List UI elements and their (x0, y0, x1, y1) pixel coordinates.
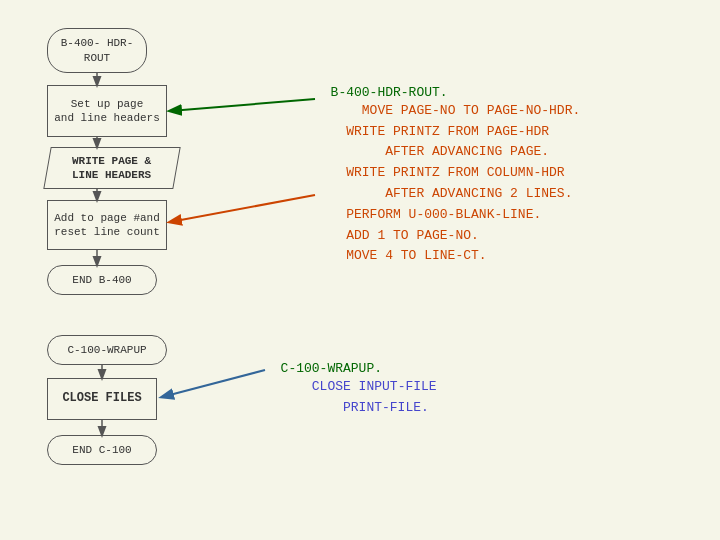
svg-line-6 (170, 99, 315, 111)
b400-step1-label: Set up pageand line headers (54, 97, 160, 126)
b400-step2-box: WRITE PAGE &LINE HEADERS (43, 147, 180, 189)
c100-step1-box: CLOSE FILES (47, 378, 157, 420)
b400-step3-label: Add to page #andreset line count (54, 211, 160, 240)
c100-step1-label: CLOSE FILES (62, 391, 141, 407)
b400-end-label: END B-400 (72, 273, 131, 287)
b400-step2-label: WRITE PAGE &LINE HEADERS (72, 154, 151, 183)
c100-start-label: C-100-WRAPUP (67, 343, 146, 357)
b400-start-label: B-400- HDR-ROUT (48, 36, 146, 65)
c100-end-box: END C-100 (47, 435, 157, 465)
c100-start-box: C-100-WRAPUP (47, 335, 167, 365)
b400-step1-box: Set up pageand line headers (47, 85, 167, 137)
c100-end-label: END C-100 (72, 443, 131, 457)
c100-code-lines: CLOSE INPUT-FILE PRINT-FILE. (265, 356, 437, 418)
svg-line-8 (162, 370, 265, 397)
b400-start-box: B-400- HDR-ROUT (47, 28, 147, 73)
b400-code-lines: MOVE PAGE-NO TO PAGE-NO-HDR. WRITE PRINT… (315, 80, 580, 267)
b400-step3-box: Add to page #andreset line count (47, 200, 167, 250)
b400-end-box: END B-400 (47, 265, 157, 295)
svg-line-7 (170, 195, 315, 222)
